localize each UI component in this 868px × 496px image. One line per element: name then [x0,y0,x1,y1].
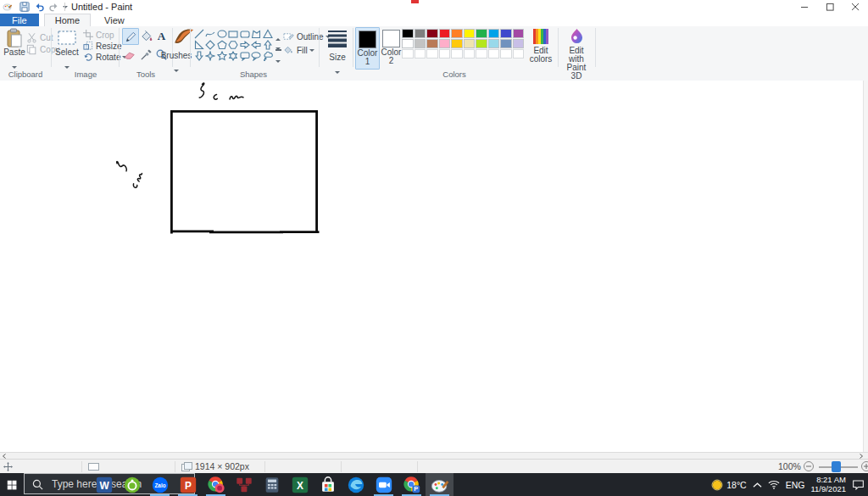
crop-button[interactable]: Crop [83,30,114,40]
palette-cell[interactable] [402,39,414,48]
resize-button[interactable]: Resize [83,41,122,51]
taskbar-app-diagram-app[interactable] [230,473,258,496]
palette-cell[interactable] [513,39,525,48]
palette-cell-empty[interactable] [402,49,414,59]
tool-pencil[interactable] [122,28,139,45]
weather-widget[interactable]: 18°C [711,479,746,491]
tab-view[interactable]: View [94,14,135,26]
palette-cell-empty[interactable] [464,49,476,59]
taskbar-app-coccoc[interactable] [118,473,146,496]
taskbar-app-edge[interactable] [342,473,370,496]
palette-cell[interactable] [415,29,426,38]
palette-cell-empty[interactable] [500,49,512,59]
shape-arrow-up[interactable] [262,39,273,50]
shape-diamond[interactable] [205,39,216,50]
zoom-in-button[interactable] [861,461,868,471]
palette-cell[interactable] [426,39,438,48]
size-button[interactable]: Size [322,30,353,77]
clock[interactable]: 8:21 AM 11/9/2021 [810,476,846,493]
shape-oval[interactable] [216,28,227,39]
palette-cell[interactable] [426,29,438,38]
vertical-scrollbar[interactable] [863,81,868,452]
wifi-icon[interactable] [768,480,780,489]
palette-cell[interactable] [476,39,487,48]
shape-six-point-star[interactable] [228,50,239,61]
shape-four-point-star[interactable] [205,50,216,61]
brushes-button[interactable]: Brushes [159,28,193,75]
tray-chevron-icon[interactable] [753,482,762,488]
cut-button[interactable]: Cut [26,32,53,43]
palette-cell[interactable] [513,29,525,38]
tool-fill-with-color[interactable] [138,28,153,43]
close-button[interactable] [843,0,868,14]
rotate-button[interactable]: Rotate [83,52,127,62]
shape-five-point-star[interactable] [216,50,227,61]
zoom-slider-thumb[interactable] [832,461,841,472]
undo-button[interactable] [33,1,45,13]
paste-button[interactable]: Paste [3,28,25,72]
palette-cell-empty[interactable] [476,49,487,59]
drawing-canvas[interactable] [0,81,863,452]
redo-button[interactable] [47,1,59,13]
palette-cell-empty[interactable] [488,49,500,59]
shape-hexagon[interactable] [228,39,239,50]
action-center-icon[interactable] [852,479,865,490]
palette-cell[interactable] [488,39,500,48]
palette-cell[interactable] [488,29,500,38]
palette-cell[interactable] [500,29,512,38]
color2-button[interactable]: Color 2 [380,27,403,68]
palette-cell[interactable] [476,29,487,38]
edit-with-paint3d-button[interactable]: Edit with Paint 3D [561,28,592,81]
taskbar-app-word[interactable]: W [90,473,118,496]
tool-eraser[interactable] [122,47,137,62]
shapes-more-icon[interactable] [275,49,281,60]
shape-arrow-down[interactable] [193,50,204,61]
shape-pentagon[interactable] [216,39,227,50]
start-button[interactable] [0,473,24,496]
shapes-scroll-up-icon[interactable] [274,29,282,38]
palette-cell[interactable] [464,29,476,38]
palette-cell-empty[interactable] [415,49,426,59]
palette-cell[interactable] [464,39,476,48]
shape-oval-callout[interactable] [251,50,262,61]
shape-rounded-callout[interactable] [239,50,250,61]
language-indicator[interactable]: ENG [786,480,805,490]
taskbar-app-paint[interactable] [426,473,453,496]
palette-cell[interactable] [451,39,463,48]
zoom-out-button[interactable] [804,461,814,471]
tab-file[interactable]: File [0,14,39,26]
palette-cell-empty[interactable] [426,49,438,59]
palette-cell-empty[interactable] [439,49,451,59]
taskbar-app-excel[interactable]: X [286,473,314,496]
shape-rectangle[interactable] [228,28,239,39]
shape-polygon[interactable] [251,28,262,39]
select-button[interactable]: Select [54,28,80,72]
palette-cell[interactable] [415,39,426,48]
shape-triangle[interactable] [262,28,273,39]
palette-cell[interactable] [451,29,463,38]
palette-cell[interactable] [439,39,451,48]
palette-cell[interactable] [402,29,414,38]
edit-colors-button[interactable]: Edit colors [527,29,554,64]
shape-curve[interactable] [205,28,216,39]
quick-access-dropdown-icon[interactable] [61,1,70,13]
taskbar-app-zoom[interactable] [370,473,398,496]
minimize-button[interactable] [792,0,817,14]
taskbar-app-browser-p[interactable]: P [398,473,426,496]
taskbar-app-zalo[interactable]: Zalo [146,473,174,496]
palette-cell[interactable] [439,29,451,38]
save-button[interactable] [19,1,31,13]
palette-cell-empty[interactable] [451,49,463,59]
taskbar-app-chrome-profile[interactable] [202,473,230,496]
tool-color-picker[interactable] [138,47,153,62]
shape-fill-button[interactable]: Fill [283,45,314,55]
palette-cell[interactable] [500,39,512,48]
color1-button[interactable]: Color 1 [355,27,380,70]
maximize-button[interactable] [817,0,843,14]
taskbar-app-calculator[interactable] [258,473,286,496]
taskbar-app-powerpoint[interactable]: P [174,473,202,496]
shape-rounded-rectangle[interactable] [239,28,250,39]
shape-cloud-callout[interactable] [262,50,273,61]
palette-cell-empty[interactable] [513,49,525,59]
shape-arrow-right[interactable] [239,39,250,50]
